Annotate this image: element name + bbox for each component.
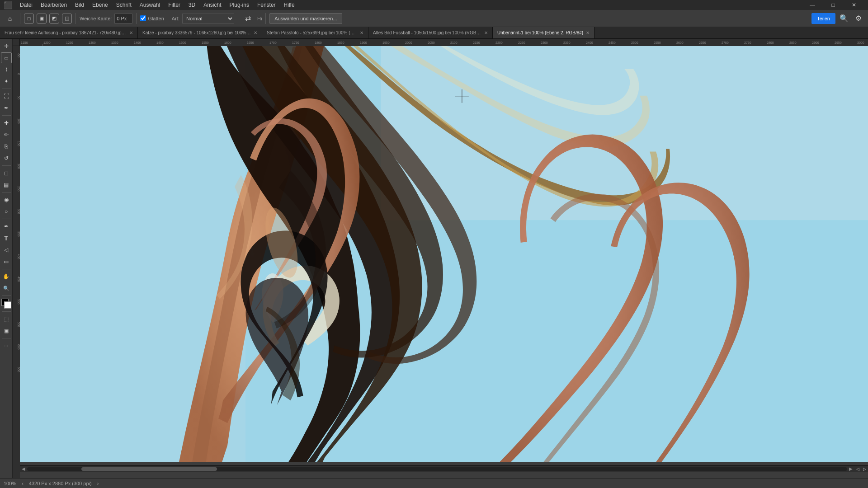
menu-bearbeiten[interactable]: Bearbeiten <box>37 1 71 9</box>
svg-text:2500: 2500 <box>631 41 638 44</box>
crop-button[interactable]: ⛶ <box>1 91 12 102</box>
svg-text:1650: 1650 <box>247 41 254 44</box>
magic-wand-button[interactable]: ✦ <box>1 76 12 87</box>
heal-button[interactable]: ✚ <box>1 117 12 128</box>
tab-stefan-close[interactable]: ✕ <box>360 30 363 35</box>
gradient-button[interactable]: ▤ <box>1 179 12 190</box>
scroll-left-arrow[interactable]: ◀ <box>20 466 27 471</box>
settings-button[interactable]: ⚙ <box>853 13 864 24</box>
brush-icon: ✏ <box>4 131 9 138</box>
close-button[interactable]: ✕ <box>844 0 864 10</box>
image-dimensions: 4320 Px x 2880 Px (300 ppi) <box>29 481 92 486</box>
eyedropper-button[interactable]: ✒ <box>1 103 12 113</box>
more-tools-button[interactable]: ··· <box>1 340 12 351</box>
scroll-right-arrow[interactable]: ▶ <box>847 466 854 471</box>
tool-sep-4 <box>2 192 11 192</box>
menu-fenster[interactable]: Fenster <box>254 1 279 9</box>
subtract-selection-button[interactable]: ◩ <box>49 14 59 23</box>
pen-button[interactable]: ✒ <box>1 221 12 232</box>
tab-stefan[interactable]: Stefan Passfoto - 525x699.jpg bei 100% (… <box>262 27 368 38</box>
tool-sep-9 <box>2 338 11 338</box>
nav-left-btn[interactable]: ‹ <box>22 481 24 486</box>
quick-mask-button[interactable]: ⬚ <box>1 314 12 324</box>
menu-datei[interactable]: Datei <box>16 1 36 9</box>
ruler-vertical: -50 0 50 100 150 200 250 300 350 400 450… <box>13 46 20 478</box>
intersect-selection-button[interactable]: ◫ <box>62 14 72 23</box>
text-button[interactable]: T <box>1 233 12 244</box>
separator-6 <box>265 13 266 24</box>
glaetten-checkbox[interactable] <box>140 15 146 21</box>
app-icon[interactable]: ⬛ <box>4 1 13 9</box>
lasso-button[interactable]: ⌇ <box>1 64 12 75</box>
weiche-kante-input[interactable] <box>114 14 132 23</box>
menu-bar: ⬛ Datei Bearbeiten Bild Ebene Schrift Au… <box>0 0 868 10</box>
svg-text:2300: 2300 <box>541 41 548 44</box>
screen-mode-button[interactable]: ▣ <box>1 325 12 336</box>
menu-ebene[interactable]: Ebene <box>89 1 112 9</box>
foreground-color[interactable] <box>1 299 11 309</box>
page-right-btn[interactable]: ▷ <box>861 467 868 471</box>
separator-2 <box>75 13 76 24</box>
zoom-level: 100% <box>4 481 16 486</box>
tab-fussball-label: Altes Bild Fussball - 1050x1500.jpg bei … <box>373 30 481 35</box>
tab-frau[interactable]: Frau sehr kleine Auflösung - pixabay 186… <box>0 27 138 38</box>
tab-katze-close[interactable]: ✕ <box>254 30 257 35</box>
blur-button[interactable]: ◉ <box>1 194 12 205</box>
tab-katze[interactable]: Katze - pixabay 3336579 - 1066x1280.jpg … <box>138 27 262 38</box>
svg-text:3000: 3000 <box>857 41 864 44</box>
move-tool-button[interactable]: ✛ <box>1 41 12 52</box>
tab-frau-label: Frau sehr kleine Auflösung - pixabay 186… <box>5 30 127 35</box>
tab-fussball-close[interactable]: ✕ <box>484 30 488 35</box>
tab-unbenannt-close[interactable]: ✕ <box>586 30 590 35</box>
shape-button[interactable]: ▭ <box>1 256 12 267</box>
canvas-wrapper[interactable] <box>20 46 868 462</box>
tab-fussball[interactable]: Altes Bild Fussball - 1050x1500.jpg bei … <box>368 27 493 38</box>
menu-ansicht[interactable]: Ansicht <box>200 1 225 9</box>
svg-text:1150: 1150 <box>21 41 28 44</box>
nav-right-btn[interactable]: › <box>97 481 99 486</box>
add-selection-button[interactable]: ▣ <box>37 14 47 23</box>
svg-text:1350: 1350 <box>111 41 118 44</box>
path-select-button[interactable]: ◁ <box>1 244 12 255</box>
menu-schrift[interactable]: Schrift <box>113 1 135 9</box>
tool-sep-3 <box>2 165 11 166</box>
clone-button[interactable]: ⎘ <box>1 141 12 152</box>
teilen-button[interactable]: Teilen <box>811 13 835 24</box>
menu-bild[interactable]: Bild <box>71 1 88 9</box>
minimize-button[interactable]: — <box>802 0 823 10</box>
hand-button[interactable]: ✋ <box>1 271 12 282</box>
history-brush-button[interactable]: ↺ <box>1 153 12 164</box>
auswahlen-maskieren-button[interactable]: Auswählen und maskieren... <box>269 13 342 24</box>
tab-katze-label: Katze - pixabay 3336579 - 1066x1280.jpg … <box>142 30 251 35</box>
horizontal-scrollbar[interactable]: ◀ ▶ ◁ ▷ <box>20 465 868 472</box>
zoom-button[interactable]: 🔍 <box>1 283 12 294</box>
art-select[interactable]: Normal Fest Festes Verhältnis Feste Größ… <box>182 14 234 23</box>
tab-unbenannt[interactable]: Unbenannt-1 bei 100% (Ebene 2, RGB/8#) ✕ <box>493 27 594 38</box>
menu-3d[interactable]: 3D <box>185 1 199 9</box>
art-label: Art: <box>172 16 179 21</box>
width-height-swap-button[interactable]: ⇄ <box>242 12 255 25</box>
svg-text:2600: 2600 <box>676 41 684 44</box>
new-selection-button[interactable]: □ <box>24 14 34 23</box>
brush-button[interactable]: ✏ <box>1 129 12 140</box>
menu-filter[interactable]: Filter <box>165 1 184 9</box>
scroll-thumb-h[interactable] <box>81 467 217 471</box>
tab-frau-close[interactable]: ✕ <box>129 30 133 35</box>
menu-auswahl[interactable]: Auswahl <box>136 1 164 9</box>
menu-hilfe[interactable]: Hilfe <box>280 1 298 9</box>
dodge-button[interactable]: ○ <box>1 206 12 217</box>
blur-icon: ◉ <box>4 197 9 203</box>
glaetten-label: Glätten <box>148 16 164 21</box>
rect-marquee-icon: ▭ <box>4 56 8 61</box>
screen-mode-icon: ▣ <box>4 328 9 334</box>
home-button[interactable]: ⌂ <box>4 12 16 25</box>
svg-text:1600: 1600 <box>224 41 231 44</box>
menu-plugins[interactable]: Plug-ins <box>226 1 253 9</box>
rectangular-marquee-button[interactable]: ▭ <box>1 52 12 63</box>
tab-unbenannt-label: Unbenannt-1 bei 100% (Ebene 2, RGB/8#) <box>497 30 583 35</box>
eraser-button[interactable]: ◻ <box>1 168 12 178</box>
maximize-button[interactable]: □ <box>823 0 844 10</box>
svg-text:1500: 1500 <box>179 41 186 44</box>
search-button[interactable]: 🔍 <box>838 13 850 24</box>
page-left-btn[interactable]: ◁ <box>854 467 861 471</box>
